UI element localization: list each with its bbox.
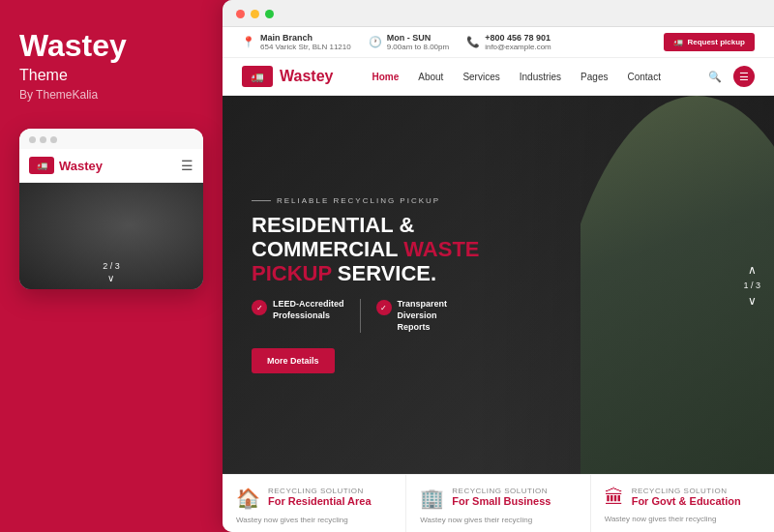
nav-link-industries[interactable]: Industries: [510, 68, 571, 86]
hero-title-line3: PICKUP: [252, 261, 332, 285]
site-hero: RELIABLE RECYCLING PICKUP RESIDENTIAL & …: [223, 96, 774, 474]
hero-check-2: ✓ Transparent Diversion Reports: [376, 299, 448, 333]
check-text-2: Transparent Diversion Reports: [398, 299, 448, 333]
mobile-hero: 2 / 3 ∨: [19, 183, 203, 289]
card-residential: 🏠 Recycling Solution For Residential Are…: [223, 475, 406, 532]
nav-link-services[interactable]: Services: [453, 68, 509, 86]
mobile-preview: 🚛 Wastey ☰ 2 / 3 ∨: [19, 129, 203, 289]
hero-title-line1: RESIDENTIAL &: [252, 213, 414, 237]
card-residential-desc: Wastey now gives their recycling: [236, 516, 392, 524]
nav-logo-icon: 🚛: [242, 66, 273, 87]
card-residential-title: For Residential Area: [268, 495, 372, 508]
brand-by: By ThemeKalia: [19, 88, 98, 102]
nav-links: Home About Services Industries Pages Con…: [362, 68, 704, 86]
mobile-logo-text: Wastey: [59, 159, 103, 173]
mobile-counter-text: 2 / 3: [103, 261, 120, 271]
hero-subtitle: RELIABLE RECYCLING PICKUP: [252, 196, 480, 205]
card-govt-pre: For: [632, 495, 652, 507]
mobile-hamburger-icon[interactable]: ☰: [181, 158, 194, 173]
residential-icon: 🏠: [236, 487, 260, 510]
card-business-top: 🏢 Recycling Solution For Small Business: [420, 487, 576, 510]
card-govt-label: Recycling Solution: [632, 487, 741, 495]
card-govt-desc: Wastey now gives their recycling: [605, 515, 760, 523]
card-residential-highlight: Residential Area: [288, 495, 372, 507]
request-pickup-button[interactable]: 🚛 Request pickup: [664, 33, 755, 51]
check2-line2: Diversion: [398, 310, 437, 320]
hero-title-line2: COMMERCIAL: [252, 237, 398, 261]
mobile-counter: 2 / 3 ∨: [103, 261, 120, 283]
slider-count: 1 / 3: [743, 281, 760, 290]
request-btn-label: Request pickup: [687, 38, 745, 46]
check1-line2: Professionals: [273, 310, 330, 320]
clock-icon: 🕐: [369, 36, 382, 48]
hero-title-highlight: WASTE: [403, 237, 479, 261]
card-govt: 🏛 Recycling Solution For Govt & Educatio…: [591, 475, 774, 532]
card-residential-label: Recycling Solution: [268, 487, 372, 495]
hero-content: RELIABLE RECYCLING PICKUP RESIDENTIAL & …: [252, 196, 480, 374]
phone-icon: 📞: [466, 36, 480, 48]
card-business-desc: Wastey now gives their recycling: [420, 516, 576, 524]
chrome-minimize-dot: [251, 10, 259, 18]
mobile-dots: [29, 136, 57, 143]
slider-down-arrow[interactable]: ∨: [748, 294, 757, 308]
card-govt-highlight: Govt & Education: [651, 495, 740, 507]
nav-link-home[interactable]: Home: [362, 68, 408, 86]
topbar-hours: 🕐 Mon - SUN 9.00am to 8.00pm: [369, 33, 449, 51]
card-business-info: Recycling Solution For Small Business: [452, 487, 551, 508]
hero-title: RESIDENTIAL & COMMERCIAL WASTE PICKUP SE…: [252, 213, 480, 286]
card-govt-title: For Govt & Education: [632, 495, 741, 508]
mobile-logo: 🚛 Wastey: [29, 157, 103, 174]
hours-value: 9.00am to 8.00pm: [387, 43, 449, 51]
brand-subtitle: Theme: [19, 67, 68, 84]
mobile-counter-down-arrow[interactable]: ∨: [107, 273, 114, 283]
mobile-chrome: [19, 129, 203, 149]
search-icon[interactable]: 🔍: [704, 66, 726, 87]
card-business: 🏢 Recycling Solution For Small Business …: [406, 475, 590, 532]
hero-checks: ✓ LEED-Accredited Professionals ✓ Transp…: [252, 299, 480, 333]
hero-worker-bg: [471, 96, 775, 474]
nav-logo: 🚛 Wastey: [242, 66, 333, 87]
nav-logo-text: Wastey: [280, 68, 333, 85]
card-residential-top: 🏠 Recycling Solution For Residential Are…: [236, 487, 392, 510]
pickup-icon: 🚛: [673, 38, 683, 46]
branch-label: Main Branch: [260, 33, 351, 43]
card-residential-info: Recycling Solution For Residential Area: [268, 487, 372, 508]
check-icon-2: ✓: [376, 300, 392, 315]
slider-up-arrow[interactable]: ∧: [748, 263, 757, 277]
card-residential-pre: For: [268, 495, 288, 507]
nav-link-contact[interactable]: Contact: [617, 68, 670, 86]
more-details-button[interactable]: More Details: [252, 348, 335, 373]
phone-label: +800 456 78 901: [485, 33, 551, 43]
menu-icon[interactable]: ☰: [733, 66, 755, 87]
card-govt-info: Recycling Solution For Govt & Education: [632, 487, 741, 508]
hero-slider-nav: ∧ 1 / 3 ∨: [743, 263, 760, 308]
business-icon: 🏢: [420, 487, 444, 510]
site-cards: 🏠 Recycling Solution For Residential Are…: [223, 474, 774, 532]
nav-link-pages[interactable]: Pages: [571, 68, 617, 86]
check-icon-1: ✓: [252, 300, 267, 315]
brand-title: Wastey: [19, 29, 127, 63]
nav-link-about[interactable]: About: [408, 68, 453, 86]
hours-label: Mon - SUN: [387, 33, 449, 43]
site-nav: 🚛 Wastey Home About Services Industries …: [223, 58, 774, 96]
topbar-phone: 📞 +800 456 78 901 info@example.com: [466, 33, 551, 51]
check2-line3: Reports: [398, 322, 431, 332]
hero-check-1: ✓ LEED-Accredited Professionals: [252, 299, 344, 333]
topbar-branch-info: Main Branch 654 Varick Str, BLN 11210: [260, 33, 351, 51]
chrome-maximize-dot: [265, 10, 274, 18]
location-icon: 📍: [242, 36, 255, 48]
govt-icon: 🏛: [605, 487, 624, 509]
check1-line1: LEED-Accredited: [273, 299, 344, 309]
site-topbar: 📍 Main Branch 654 Varick Str, BLN 11210 …: [223, 27, 774, 58]
chrome-close-dot: [236, 10, 245, 18]
card-business-highlight: Small Business: [472, 495, 551, 507]
right-panel: 📍 Main Branch 654 Varick Str, BLN 11210 …: [223, 0, 774, 532]
topbar-phone-info: +800 456 78 901 info@example.com: [485, 33, 551, 51]
hero-title-line3b: SERVICE.: [338, 261, 436, 285]
topbar-info: 📍 Main Branch 654 Varick Str, BLN 11210 …: [242, 33, 551, 51]
mobile-dot-1: [29, 136, 36, 143]
left-panel: Wastey Theme By ThemeKalia 🚛 Wastey ☰ 2 …: [0, 0, 223, 532]
branch-value: 654 Varick Str, BLN 11210: [260, 43, 351, 51]
mobile-dot-3: [50, 136, 57, 143]
card-business-pre: For: [452, 495, 472, 507]
